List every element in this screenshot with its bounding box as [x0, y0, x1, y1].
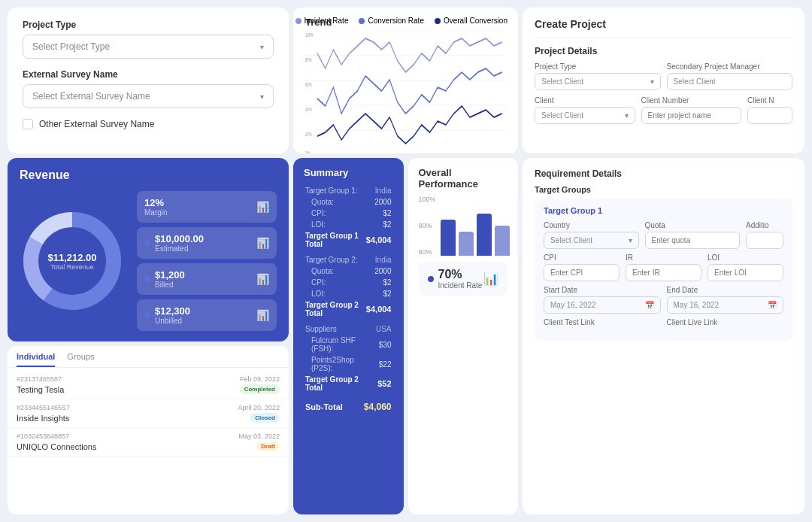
- bars: [441, 196, 510, 256]
- tg2-quota-label: Quota:: [305, 266, 362, 276]
- other-external-row: Other External Survey Name: [23, 119, 274, 129]
- client-test-link-label: Client Test Link: [544, 318, 661, 326]
- sup1-label: Fulcrum SHF (FSH):: [305, 335, 362, 354]
- y-60: 60%: [419, 248, 436, 256]
- tab-groups[interactable]: Groups: [67, 352, 94, 367]
- tg2-cpi-val: $2: [364, 278, 392, 287]
- stat-margin-label: Margin: [144, 208, 168, 217]
- stat-dot-billed: [144, 276, 150, 282]
- spm-label: Secondary Project Manager: [667, 62, 793, 71]
- tg2-total-val: $4,004: [364, 300, 392, 318]
- overall-title: Overall Performance: [419, 167, 508, 190]
- project-type-panel: Project Type Select Project Type ▾ Exter…: [8, 8, 289, 153]
- y-80: 80%: [419, 222, 436, 229]
- stat-estimated: $10,000.00 Estimated 📊: [137, 227, 277, 259]
- svg-text:0%: 0%: [305, 150, 310, 153]
- bottom-left-section: Revenue $11,212.00 Total Revenue: [8, 158, 289, 514]
- item-badge-1: Completed: [240, 384, 280, 394]
- revenue-stats: 12% Margin 📊 $10,000.00 Estimated: [137, 191, 277, 331]
- subtotal-val: $4,060: [364, 399, 392, 413]
- chevron-country: ▾: [629, 236, 632, 244]
- loi-input[interactable]: [707, 264, 783, 281]
- calendar-icon-end: 📅: [768, 301, 777, 309]
- ir-label: IR: [626, 253, 701, 262]
- bar-chart: 100% 80% 60%: [419, 196, 510, 256]
- stat-est-label: Estimated: [155, 244, 204, 253]
- target-group-1: Target Group 1 Country Select Client ▾ Q…: [535, 199, 792, 341]
- start-date-label: Start Date: [544, 286, 661, 294]
- svg-text:80%: 80%: [305, 56, 312, 63]
- client-value: Select Client: [541, 111, 583, 120]
- additional-input[interactable]: [746, 232, 783, 249]
- ir-dot: [428, 276, 434, 282]
- create-project-bottom: Requirement Details Target Groups Target…: [523, 158, 804, 514]
- item-name-3: UNIQLO Connections: [17, 442, 96, 451]
- client-n-label: Client N: [747, 96, 792, 105]
- spacer-row-2: [305, 320, 392, 323]
- tg1-label: Target Group 1: [544, 206, 783, 215]
- stat-unbilled: $12,300 Unbilled 📊: [137, 299, 277, 331]
- country-select[interactable]: Select Client ▾: [544, 232, 639, 249]
- client-select[interactable]: Select Client ▾: [535, 107, 635, 124]
- ir-value: 70%: [438, 268, 483, 281]
- tg1-total-val: $4,004: [364, 231, 392, 249]
- y-axis: 100% 80% 60%: [419, 196, 438, 256]
- other-external-label: Other External Survey Name: [39, 119, 154, 129]
- tg1-quota-val: 2000: [364, 197, 392, 207]
- project-type-label: Project Type: [23, 20, 274, 30]
- tg2-cpi-label: CPI:: [305, 278, 362, 287]
- sup-total-val: $52: [364, 375, 392, 393]
- other-external-checkbox[interactable]: [23, 119, 33, 129]
- list-item: #23137465587 Feb 09, 2022 Testing Tesla …: [8, 371, 289, 399]
- table-row: Target Group 2 Total $52: [305, 375, 392, 393]
- legend-dot-overall: [435, 18, 441, 24]
- table-row: Sub-Total $4,060: [305, 399, 392, 413]
- ir-left: 70% Incident Rate: [428, 268, 483, 290]
- table-row: CPI: $2: [305, 208, 392, 218]
- table-row: Fulcrum SHF (FSH): $30: [305, 335, 392, 354]
- stat-est-value: $10,000.00: [155, 233, 204, 244]
- spm-select[interactable]: Select Client: [667, 73, 793, 90]
- score-card: 80/100 Complete 📊: [516, 196, 518, 256]
- donut-center: $11,212.00 Total Revenue: [47, 252, 96, 271]
- donut-amount: $11,212.00: [47, 252, 96, 263]
- svg-text:100%: 100%: [305, 32, 314, 38]
- table-row: Target Group 1: India: [305, 186, 392, 196]
- client-number-input[interactable]: [641, 107, 742, 124]
- sup-total-label: Target Group 2 Total: [305, 375, 362, 393]
- svg-text:40%: 40%: [305, 106, 312, 113]
- incident-rate-card: 70% Incident Rate 📊: [419, 262, 508, 296]
- project-type-select[interactable]: Select Project Type ▾: [23, 35, 274, 59]
- donut-label: Total Revenue: [47, 263, 96, 271]
- chevron-client: ▾: [625, 111, 629, 120]
- ir-input[interactable]: [626, 264, 701, 281]
- suppliers-label: Suppliers: [305, 324, 362, 334]
- table-row: LOI: $2: [305, 289, 392, 299]
- stat-billed-value: $1,200: [155, 269, 185, 281]
- tab-individual[interactable]: Individual: [17, 352, 55, 367]
- chevron-pt: ▾: [650, 77, 654, 86]
- ir-label: Incident Rate: [438, 281, 483, 290]
- end-date-label: End Date: [667, 286, 784, 294]
- tg2-total-label: Target Group 2 Total: [305, 300, 362, 318]
- bar-chart-icon-ir: 📊: [483, 272, 498, 286]
- pt-select[interactable]: Select Client ▾: [535, 73, 661, 90]
- tg1-loi-val: $2: [364, 220, 392, 229]
- cpi-input[interactable]: [544, 264, 620, 281]
- overall-performance-panel: Overall Performance 100% 80% 60%: [408, 158, 519, 514]
- end-date-input[interactable]: May 16, 2022 📅: [667, 296, 784, 314]
- country-value: Select Client: [550, 236, 592, 244]
- quota-input[interactable]: [645, 232, 741, 249]
- bar-chart-icon-1: 📊: [256, 201, 269, 213]
- start-date-input[interactable]: May 16, 2022 📅: [544, 296, 661, 314]
- client-n-input[interactable]: [747, 107, 792, 124]
- item-date-3: May 03, 2022: [238, 432, 280, 440]
- bar-chart-icon-3: 📊: [256, 273, 269, 285]
- external-survey-group: External Survey Name Select External Sur…: [23, 69, 274, 108]
- quota-label: Quota: [645, 221, 741, 229]
- bar-4: [495, 226, 510, 256]
- legend-incident: Incident Rate: [295, 17, 349, 25]
- external-survey-value: Select External Survey Name: [32, 91, 150, 102]
- bottom-center-section: Summary Target Group 1: India Quota: 200…: [293, 158, 518, 514]
- external-survey-select[interactable]: Select External Survey Name ▾: [23, 84, 274, 108]
